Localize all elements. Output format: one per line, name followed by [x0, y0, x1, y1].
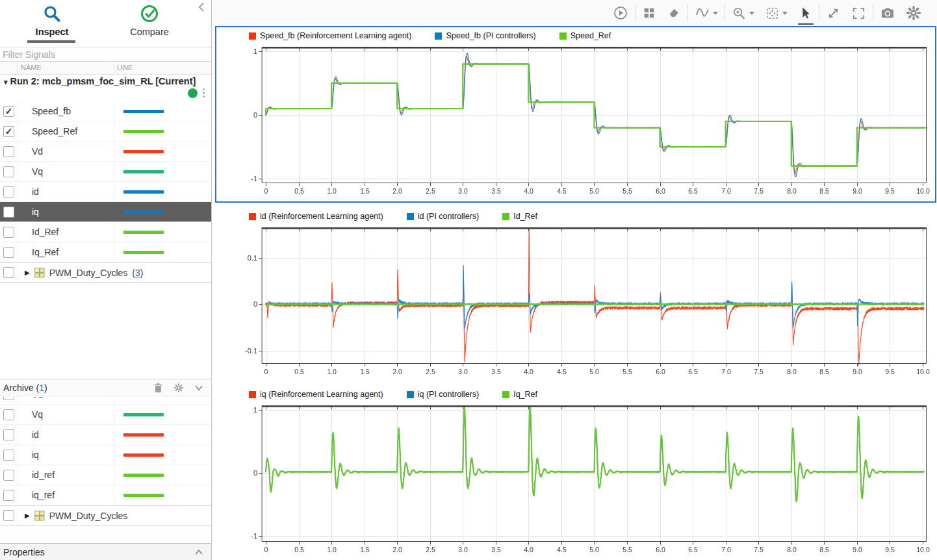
- signal-checkbox[interactable]: [3, 510, 14, 521]
- signal-line-swatch[interactable]: [123, 251, 164, 254]
- signal-name: id: [18, 182, 114, 201]
- properties-chevron-up-icon[interactable]: [194, 549, 203, 555]
- archive-close-paren: ): [44, 383, 47, 393]
- signal-row[interactable]: Vd: [0, 397, 211, 405]
- archive-collapse-chevron-down-icon[interactable]: [194, 385, 203, 391]
- signal-row[interactable]: Iq_Ref: [0, 242, 211, 262]
- tab-inspect[interactable]: Inspect: [6, 4, 97, 38]
- collapse-sidebar-icon[interactable]: [197, 2, 206, 15]
- active-tab-underline: [27, 40, 75, 43]
- signal-row[interactable]: id: [0, 425, 211, 445]
- signal-checkbox[interactable]: [3, 166, 14, 177]
- filter-signals-input[interactable]: [0, 47, 211, 61]
- signal-checkbox[interactable]: [3, 397, 14, 400]
- signal-row[interactable]: id_ref: [0, 465, 211, 485]
- signal-checkbox[interactable]: [3, 186, 14, 197]
- chart-speed-canvas[interactable]: [216, 44, 934, 200]
- trash-icon[interactable]: [153, 383, 163, 393]
- properties-header[interactable]: Properties: [0, 543, 211, 560]
- properties-title: Properties: [0, 547, 194, 557]
- chart-id-canvas[interactable]: [216, 225, 934, 381]
- snapshot-camera-icon[interactable]: [880, 5, 895, 21]
- signal-name: id: [18, 425, 114, 444]
- signal-row[interactable]: id: [0, 182, 211, 202]
- signal-checkbox[interactable]: [3, 267, 14, 278]
- signal-line-swatch[interactable]: [123, 231, 164, 234]
- signal-line-swatch[interactable]: [123, 210, 164, 214]
- chart-speed[interactable]: Speed_fb (Reinforcement Learning agent)S…: [215, 26, 936, 203]
- signal-checkbox[interactable]: [3, 146, 14, 157]
- signal-group-row[interactable]: ▶PWM_Duty_Cycles: [0, 505, 211, 526]
- eraser-icon[interactable]: [667, 6, 681, 20]
- signal-checkbox[interactable]: [3, 227, 14, 238]
- expand-arrow-icon[interactable]: ▶: [25, 512, 30, 519]
- legend-label: Speed_Ref: [571, 31, 611, 40]
- signal-line-cell: [114, 121, 211, 141]
- signal-checkbox[interactable]: [3, 490, 14, 501]
- fit-to-view-icon[interactable]: [765, 6, 788, 21]
- signal-line-swatch[interactable]: [123, 494, 164, 497]
- pointer-icon[interactable]: [798, 5, 812, 21]
- signal-line-swatch[interactable]: [123, 474, 164, 477]
- chart-iq[interactable]: iq (Reinforcement Learning agent)iq (PI …: [216, 386, 935, 560]
- signal-row[interactable]: iq_ref: [0, 485, 211, 505]
- signal-row[interactable]: iq: [0, 445, 211, 465]
- signal-wave-caret-icon[interactable]: [713, 12, 718, 15]
- signal-row[interactable]: ✓Speed_Ref: [0, 121, 211, 142]
- signal-checkbox[interactable]: [3, 409, 14, 420]
- subplot-layout-icon[interactable]: [642, 6, 656, 20]
- signal-name: Iq_Ref: [18, 242, 114, 262]
- signal-checkbox[interactable]: [3, 450, 14, 461]
- chart-id-legend: id (Reinforcement Learning agent)id (PI …: [216, 208, 935, 225]
- signal-name: Id_Ref: [18, 222, 114, 242]
- settings-gear-icon[interactable]: [906, 5, 921, 21]
- signal-checkbox[interactable]: ✓: [3, 126, 14, 137]
- replay-icon[interactable]: [613, 5, 628, 21]
- chart-id[interactable]: id (Reinforcement Learning agent)id (PI …: [216, 208, 935, 382]
- signal-group-row[interactable]: ▶PWM_Duty_Cycles(3): [0, 262, 211, 283]
- signal-checkbox[interactable]: [3, 429, 14, 440]
- signal-checkbox[interactable]: [3, 247, 14, 258]
- signal-line-cell: [114, 465, 211, 485]
- signal-line-swatch[interactable]: [123, 453, 164, 457]
- archive-header[interactable]: Archive (1): [0, 379, 211, 396]
- signal-group-name: PWM_Duty_Cycles: [49, 268, 128, 278]
- signal-row[interactable]: Id_Ref: [0, 222, 211, 242]
- run-menu-icon[interactable]: [203, 88, 205, 98]
- signal-checkbox[interactable]: [3, 470, 14, 481]
- legend-color-swatch: [502, 213, 509, 220]
- signal-group-count-link[interactable]: (3): [132, 268, 143, 278]
- matrix-signal-icon: [34, 511, 45, 521]
- signal-row[interactable]: iq: [0, 202, 211, 222]
- expand-icon[interactable]: [826, 6, 841, 21]
- zoom-in-icon[interactable]: [732, 6, 754, 21]
- signal-line-swatch[interactable]: [123, 170, 164, 173]
- signal-line-swatch[interactable]: [123, 150, 164, 153]
- signal-line-swatch[interactable]: [123, 190, 164, 194]
- signal-line-swatch[interactable]: [123, 130, 164, 133]
- run-expand-icon[interactable]: ▾: [4, 78, 8, 86]
- signal-row[interactable]: ✓Speed_fb: [0, 101, 211, 121]
- chart-iq-canvas[interactable]: [216, 403, 934, 559]
- signal-line-swatch[interactable]: [123, 413, 164, 416]
- signal-line-swatch[interactable]: [123, 110, 164, 113]
- signal-line-swatch[interactable]: [123, 433, 164, 437]
- signal-row[interactable]: Vq: [0, 162, 211, 182]
- simulation-data-inspector: Inspect Compare NAME LINE ▾Run 2: mc: [0, 0, 937, 560]
- signal-line-cell: [114, 425, 211, 444]
- signal-line-cell: [114, 397, 211, 404]
- tab-compare[interactable]: Compare: [104, 4, 195, 38]
- signal-checkbox[interactable]: ✓: [3, 106, 14, 117]
- expand-arrow-icon[interactable]: ▶: [25, 269, 30, 276]
- legend-label: id (PI controllers): [418, 212, 479, 221]
- run-header[interactable]: ▾Run 2: mcb_pmsm_foc_sim_RL [Current]: [0, 75, 211, 101]
- signal-row[interactable]: Vq: [0, 405, 211, 425]
- fullscreen-icon[interactable]: [851, 6, 866, 21]
- signal-checkbox[interactable]: [3, 207, 14, 218]
- zoom-caret-icon[interactable]: [749, 12, 754, 15]
- signal-wave-icon[interactable]: [695, 5, 718, 21]
- archive-settings-gear-icon[interactable]: [173, 383, 184, 393]
- legend-label: Speed_fb (PI controllers): [446, 31, 535, 40]
- fit-caret-icon[interactable]: [782, 12, 788, 15]
- signal-row[interactable]: Vd: [0, 142, 211, 162]
